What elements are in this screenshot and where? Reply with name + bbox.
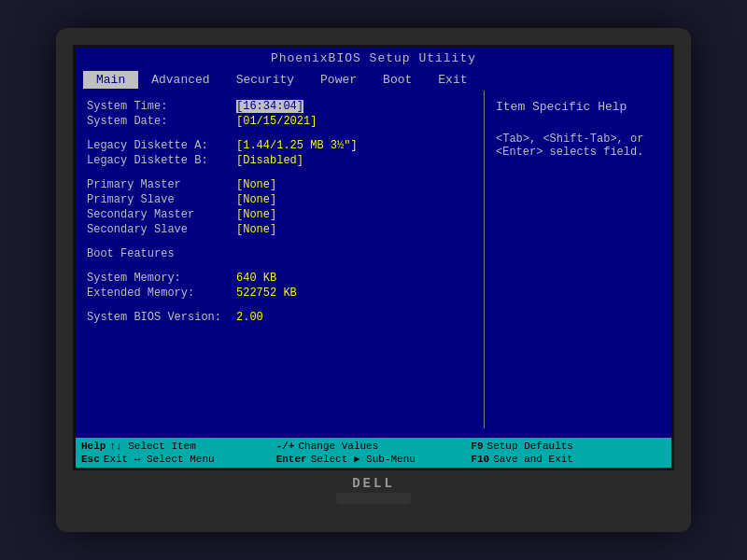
title-bar: PhoenixBIOS Setup Utility <box>76 48 671 69</box>
monitor-stand <box>336 493 411 504</box>
boot-features-header: Boot Features <box>87 247 472 260</box>
system-memory-value: 640 KB <box>236 272 276 285</box>
key-f10: F10 <box>471 454 489 465</box>
bios-version-label: System BIOS Version: <box>87 311 236 324</box>
status-change: -/+ Change Values <box>276 441 472 452</box>
help-title: Item Specific Help <box>496 100 660 114</box>
desc-save-exit: Save and Exit <box>493 454 573 465</box>
nav-boot[interactable]: Boot <box>370 71 425 89</box>
nav-bar: Main Advanced Security Power Boot Exit <box>76 69 671 91</box>
system-time-label: System Time: <box>87 100 236 113</box>
status-bar: Help ↑↓ Select Item -/+ Change Values F9… <box>76 438 671 468</box>
monitor-brand: DELL <box>352 476 395 491</box>
bios-version-row: System BIOS Version: 2.00 <box>87 311 472 324</box>
system-time-row: System Time: [16:34:04] <box>87 100 472 113</box>
extended-memory-label: Extended Memory: <box>87 287 236 300</box>
bios-title: PhoenixBIOS Setup Utility <box>271 51 476 65</box>
desc-change-values: Change Values <box>298 441 378 452</box>
right-panel: Item Specific Help <Tab>, <Shift-Tab>, o… <box>485 91 671 428</box>
left-panel: System Time: [16:34:04] System Date: [01… <box>76 91 485 428</box>
primary-master-label: Primary Master <box>87 178 236 191</box>
desc-select-item: ↑↓ Select Item <box>109 441 195 452</box>
desc-submenu: Select ▶ Sub-Menu <box>311 453 416 465</box>
secondary-slave-value[interactable]: [None] <box>236 223 276 236</box>
key-help: Help <box>81 441 106 452</box>
diskette-a-row: Legacy Diskette A: [1.44/1.25 MB 3½"] <box>87 139 472 152</box>
nav-exit[interactable]: Exit <box>425 71 480 89</box>
primary-master-row: Primary Master [None] <box>87 178 472 191</box>
system-date-label: System Date: <box>87 115 236 128</box>
system-memory-label: System Memory: <box>87 272 236 285</box>
secondary-master-row: Secondary Master [None] <box>87 208 472 221</box>
primary-slave-row: Primary Slave [None] <box>87 193 472 206</box>
diskette-a-value[interactable]: [1.44/1.25 MB 3½"] <box>236 139 358 152</box>
main-content: System Time: [16:34:04] System Date: [01… <box>76 91 671 428</box>
desc-exit: Exit ↔ Select Menu <box>104 454 215 465</box>
secondary-master-label: Secondary Master <box>87 208 236 221</box>
bios-screen: PhoenixBIOS Setup Utility Main Advanced … <box>73 45 674 470</box>
secondary-master-value[interactable]: [None] <box>236 208 276 221</box>
monitor: PhoenixBIOS Setup Utility Main Advanced … <box>56 28 691 532</box>
desc-setup-defaults: Setup Defaults <box>487 441 573 452</box>
status-help: Help ↑↓ Select Item <box>81 441 276 452</box>
bios-version-value: 2.00 <box>236 311 263 324</box>
key-esc: Esc <box>81 454 100 465</box>
primary-slave-value[interactable]: [None] <box>236 193 276 206</box>
system-memory-row: System Memory: 640 KB <box>87 272 472 285</box>
nav-power[interactable]: Power <box>307 71 370 89</box>
status-enter: Enter Select ▶ Sub-Menu <box>276 453 472 465</box>
status-esc: Esc Exit ↔ Select Menu <box>81 453 276 465</box>
help-text: <Tab>, <Shift-Tab>, or <Enter> selects f… <box>496 133 660 159</box>
diskette-b-value[interactable]: [Disabled] <box>236 154 303 167</box>
extended-memory-value: 522752 KB <box>236 287 297 300</box>
nav-security[interactable]: Security <box>223 71 307 89</box>
diskette-a-label: Legacy Diskette A: <box>87 139 236 152</box>
status-f9: F9 Setup Defaults <box>471 441 666 452</box>
diskette-b-row: Legacy Diskette B: [Disabled] <box>87 154 472 167</box>
key-f9: F9 <box>471 441 483 452</box>
primary-master-value[interactable]: [None] <box>236 178 276 191</box>
system-date-row: System Date: [01/15/2021] <box>87 115 472 128</box>
extended-memory-row: Extended Memory: 522752 KB <box>87 287 472 300</box>
key-change: -/+ <box>276 441 295 452</box>
status-f10: F10 Save and Exit <box>471 453 666 465</box>
secondary-slave-row: Secondary Slave [None] <box>87 223 472 236</box>
system-date-value[interactable]: [01/15/2021] <box>236 115 317 128</box>
primary-slave-label: Primary Slave <box>87 193 236 206</box>
system-time-value[interactable]: [16:34:04] <box>236 100 303 113</box>
secondary-slave-label: Secondary Slave <box>87 223 236 236</box>
diskette-b-label: Legacy Diskette B: <box>87 154 236 167</box>
key-enter: Enter <box>276 454 307 465</box>
nav-advanced[interactable]: Advanced <box>138 71 222 89</box>
nav-main[interactable]: Main <box>83 71 138 89</box>
